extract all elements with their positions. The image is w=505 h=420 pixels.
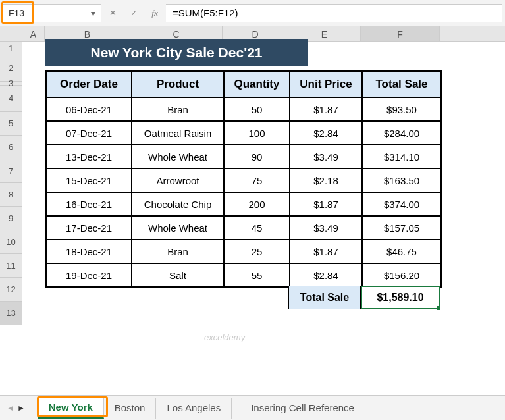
row-headers: 1 2 3 4 5 6 7 8 9 10 11 12 13 <box>0 42 22 325</box>
row-header-2[interactable]: 2 <box>0 55 22 82</box>
sheet-tab-boston[interactable]: Boston <box>104 398 157 419</box>
cell[interactable]: 200 <box>224 192 290 216</box>
cell[interactable]: Arrowroot <box>132 169 224 192</box>
table-row: 07-Dec-21Oatmeal Raisin100$2.84$284.00 <box>46 121 441 145</box>
cell[interactable]: 15-Dec-21 <box>46 169 132 192</box>
cell[interactable]: $2.18 <box>290 169 362 192</box>
tab-separator <box>236 402 236 415</box>
cell[interactable]: $284.00 <box>362 121 441 145</box>
row-header-8[interactable]: 8 <box>0 183 22 207</box>
table-row: 13-Dec-21Whole Wheat90$3.49$314.10 <box>46 145 441 169</box>
cell[interactable]: $46.75 <box>362 240 441 263</box>
cell[interactable]: $314.10 <box>362 145 441 169</box>
cell[interactable]: $157.05 <box>362 216 441 240</box>
row-header-1[interactable]: 1 <box>0 42 22 55</box>
cancel-formula-button[interactable]: ✕ <box>103 4 122 22</box>
cell[interactable]: Bran <box>132 97 224 121</box>
formula-input[interactable]: =SUM(F5:F12) <box>166 4 502 22</box>
cell[interactable]: 06-Dec-21 <box>46 97 132 121</box>
row-header-4[interactable]: 4 <box>0 86 22 112</box>
cell[interactable]: $1.87 <box>290 97 362 121</box>
cell[interactable]: 50 <box>224 97 290 121</box>
cell[interactable]: 75 <box>224 169 290 192</box>
cell[interactable]: $2.84 <box>290 263 362 287</box>
name-box[interactable]: F13 ▾ <box>3 4 101 22</box>
tab-navigation: ◄ ► <box>7 404 25 413</box>
cell[interactable]: $163.50 <box>362 169 441 192</box>
row-header-13[interactable]: 13 <box>0 302 22 325</box>
check-icon: ✓ <box>130 8 138 18</box>
table-row: 15-Dec-21Arrowroot75$2.18$163.50 <box>46 169 441 192</box>
header-unit-price[interactable]: Unit Price <box>290 71 362 97</box>
insert-function-button[interactable]: fx <box>145 4 165 22</box>
accept-formula-button[interactable]: ✓ <box>124 4 144 22</box>
cell[interactable]: 90 <box>224 145 290 169</box>
header-quantity[interactable]: Quantity <box>224 71 290 97</box>
cell[interactable]: 16-Dec-21 <box>46 192 132 216</box>
cell[interactable]: $3.49 <box>290 216 362 240</box>
header-product[interactable]: Product <box>132 71 224 97</box>
cell[interactable]: Oatmeal Raisin <box>132 121 224 145</box>
cell[interactable]: 100 <box>224 121 290 145</box>
cell[interactable]: 55 <box>224 263 290 287</box>
table-row: 06-Dec-21Bran50$1.87$93.50 <box>46 97 441 121</box>
fx-icon: fx <box>151 8 158 18</box>
cell[interactable]: 45 <box>224 216 290 240</box>
row-header-5[interactable]: 5 <box>0 112 22 136</box>
table-row: 18-Dec-21Bran25$1.87$46.75 <box>46 240 441 263</box>
row-header-10[interactable]: 10 <box>0 230 22 254</box>
cell[interactable]: $2.84 <box>290 121 362 145</box>
cell[interactable]: Bran <box>132 240 224 263</box>
cell[interactable]: 07-Dec-21 <box>46 121 132 145</box>
total-label[interactable]: Total Sale <box>288 286 361 309</box>
select-all-corner[interactable] <box>0 26 22 41</box>
formula-text: =SUM(F5:F12) <box>173 7 238 18</box>
cell[interactable]: 19-Dec-21 <box>46 263 132 287</box>
spreadsheet-grid: A B C D E F 1 2 3 4 5 6 7 8 9 10 11 12 1… <box>0 26 505 395</box>
row-header-9[interactable]: 9 <box>0 207 22 230</box>
row-header-7[interactable]: 7 <box>0 159 22 183</box>
name-box-value: F13 <box>9 8 24 18</box>
sheet-tab-new-york[interactable]: New York <box>38 398 104 419</box>
col-header-A[interactable]: A <box>22 26 45 41</box>
table-row: 16-Dec-21Chocolate Chip200$1.87$374.00 <box>46 192 441 216</box>
formula-bar: F13 ▾ ✕ ✓ fx =SUM(F5:F12) <box>0 0 505 26</box>
cell[interactable]: $156.20 <box>362 263 441 287</box>
cell[interactable]: 17-Dec-21 <box>46 216 132 240</box>
active-cell-F13[interactable]: $1,589.10 <box>361 286 440 309</box>
cell[interactable]: $1.87 <box>290 192 362 216</box>
cell[interactable]: Salt <box>132 263 224 287</box>
cell[interactable]: $1.87 <box>290 240 362 263</box>
table-row: 17-Dec-21Whole Wheat45$3.49$157.05 <box>46 216 441 240</box>
cell[interactable]: Whole Wheat <box>132 216 224 240</box>
tab-nav-prev-icon[interactable]: ◄ <box>7 404 14 413</box>
header-total-sale[interactable]: Total Sale <box>362 71 441 97</box>
cell[interactable]: 13-Dec-21 <box>46 145 132 169</box>
tab-nav-next-icon[interactable]: ► <box>17 404 25 413</box>
header-order-date[interactable]: Order Date <box>46 71 132 97</box>
cell[interactable]: $374.00 <box>362 192 441 216</box>
col-header-F[interactable]: F <box>361 26 440 41</box>
row-header-6[interactable]: 6 <box>0 136 22 159</box>
cell[interactable]: Chocolate Chip <box>132 192 224 216</box>
sheet-tabs-bar: ◄ ► New York Boston Los Angeles Insering… <box>0 395 505 420</box>
cell[interactable]: $93.50 <box>362 97 441 121</box>
cell[interactable]: 18-Dec-21 <box>46 240 132 263</box>
close-icon: ✕ <box>109 8 117 18</box>
table-row: 19-Dec-21Salt55$2.84$156.20 <box>46 263 441 287</box>
cell[interactable]: 25 <box>224 240 290 263</box>
table-title[interactable]: New York City Sale Dec'21 <box>45 39 308 66</box>
cell[interactable]: $3.49 <box>290 145 362 169</box>
total-row: Total Sale $1,589.10 <box>288 286 440 309</box>
row-header-11[interactable]: 11 <box>0 254 22 278</box>
row-header-12[interactable]: 12 <box>0 278 22 302</box>
tab-label: New York <box>49 402 93 413</box>
chevron-down-icon[interactable]: ▾ <box>91 8 95 18</box>
data-table: Order Date Product Quantity Unit Price T… <box>45 70 442 288</box>
sheet-tab-los-angeles[interactable]: Los Angeles <box>156 398 232 419</box>
table-header-row: Order Date Product Quantity Unit Price T… <box>46 71 441 97</box>
sheet-tab-inserting-ref[interactable]: Insering Cell Reference <box>240 398 365 419</box>
cell[interactable]: Whole Wheat <box>132 145 224 169</box>
watermark: exceldemy <box>204 332 245 342</box>
